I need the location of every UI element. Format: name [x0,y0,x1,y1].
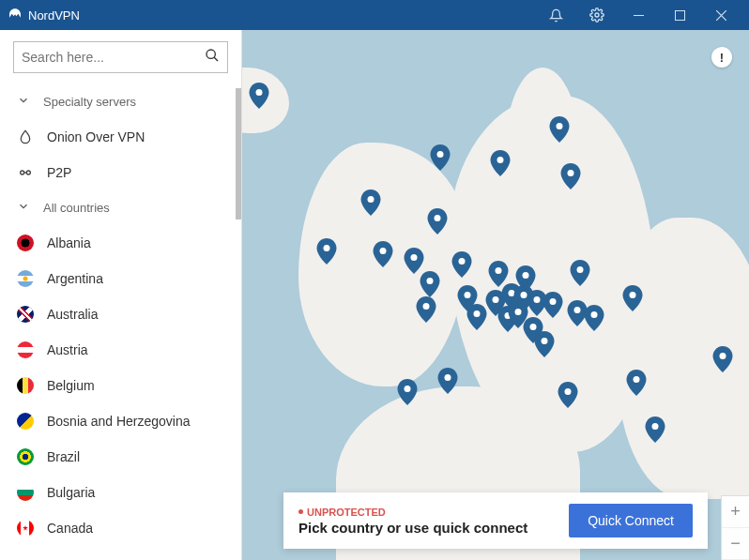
map-pin[interactable] [549,116,570,143]
svg-point-12 [411,254,418,261]
country-item[interactable]: Australia [0,296,241,332]
search-box[interactable] [13,41,228,73]
svg-point-32 [557,123,563,129]
scrollbar[interactable] [236,88,241,219]
notifications-button[interactable] [535,0,576,30]
all-countries-header[interactable]: All countries [0,190,241,225]
quick-connect-button[interactable]: Quick Connect [569,504,693,537]
svg-point-10 [405,386,411,392]
flag-icon [17,270,34,287]
specialty-servers-header[interactable]: Specialty servers [0,84,241,119]
svg-rect-1 [634,15,644,16]
map-pin[interactable] [645,416,665,443]
map-pin[interactable] [397,379,418,405]
p2p-icon [17,164,34,181]
country-label: Bosnia and Herzegovina [47,414,191,429]
zoom-controls: + − [721,495,749,560]
flag-icon [17,377,34,394]
minimize-icon [634,10,644,21]
flag-icon [17,520,34,537]
zoom-in-button[interactable]: + [722,496,749,528]
svg-point-17 [459,258,466,265]
map-pin[interactable] [543,292,563,318]
map-pin[interactable] [560,163,581,189]
country-item[interactable]: Brazil [0,439,241,475]
specialty-item[interactable]: P2P [0,155,241,190]
chevron-down-icon [17,200,30,216]
map-pin[interactable] [249,83,269,109]
svg-point-34 [568,170,574,176]
country-item[interactable]: Argentina [0,261,241,296]
map-pin[interactable] [626,370,647,396]
map-pin[interactable] [622,285,643,311]
bell-icon [549,8,563,23]
country-label: Albania [47,235,91,250]
flag-icon [17,341,34,358]
map-pin[interactable] [420,271,440,297]
specialty-item[interactable]: Onion Over VPN [0,119,241,155]
flag-icon [17,413,34,430]
svg-point-19 [465,292,471,298]
svg-point-9 [380,248,387,254]
flag-icon [17,448,34,465]
country-item[interactable]: Bosnia and Herzegovina [0,403,241,439]
map-pin[interactable] [404,248,424,274]
map[interactable]: ! UNPROTECTED Pick country or use quick … [242,30,749,560]
svg-point-38 [630,292,636,298]
status-panel: UNPROTECTED Pick country or use quick co… [283,492,708,549]
close-icon [716,10,726,21]
svg-point-40 [652,423,659,430]
minimize-button[interactable] [618,0,659,30]
search-wrap [0,30,241,84]
map-pin[interactable] [584,305,604,331]
country-label: Australia [47,307,98,322]
map-pin[interactable] [430,144,451,171]
country-item[interactable]: Bulgaria [0,475,241,510]
map-pin[interactable] [360,189,381,216]
map-pin[interactable] [437,368,458,394]
search-input[interactable] [22,50,205,65]
map-pin[interactable] [515,265,536,292]
svg-point-15 [445,374,451,381]
flag-icon [17,306,34,323]
settings-button[interactable] [576,0,618,30]
nordvpn-icon [8,8,23,23]
svg-point-33 [565,388,572,395]
svg-point-22 [496,267,502,274]
close-button[interactable] [700,0,741,30]
map-pin[interactable] [416,296,436,323]
titlebar: NordVPN [0,0,749,30]
country-item[interactable]: Canada [0,510,241,546]
maximize-icon [675,10,685,21]
map-pin[interactable] [451,251,472,278]
map-pin[interactable] [316,238,337,265]
map-pin[interactable] [558,382,578,408]
flag-icon [17,484,34,501]
map-pin[interactable] [712,346,733,372]
svg-point-8 [368,196,374,203]
warning-badge[interactable]: ! [711,47,732,68]
svg-point-21 [493,296,499,303]
country-label: Austria [47,342,88,357]
onion-icon [17,129,34,145]
zoom-out-button[interactable]: − [722,528,749,560]
country-item[interactable]: Belgium [0,368,241,403]
map-pin[interactable] [490,150,511,176]
specialty-item-label: Onion Over VPN [47,129,145,144]
country-item[interactable]: Austria [0,332,241,368]
country-label: Bulgaria [47,485,95,500]
map-pin[interactable] [427,208,448,235]
warning-icon: ! [720,51,724,65]
map-pin[interactable] [466,304,487,330]
svg-point-41 [720,353,726,359]
map-pin[interactable] [570,260,590,286]
map-pin[interactable] [373,241,393,267]
country-label: Brazil [47,449,80,464]
flag-icon [17,235,34,251]
all-countries-label: All countries [43,201,110,215]
svg-point-13 [423,303,430,310]
map-pin[interactable] [534,331,555,357]
country-item[interactable]: Albania [0,225,241,261]
svg-point-36 [577,266,584,273]
maximize-button[interactable] [659,0,700,30]
